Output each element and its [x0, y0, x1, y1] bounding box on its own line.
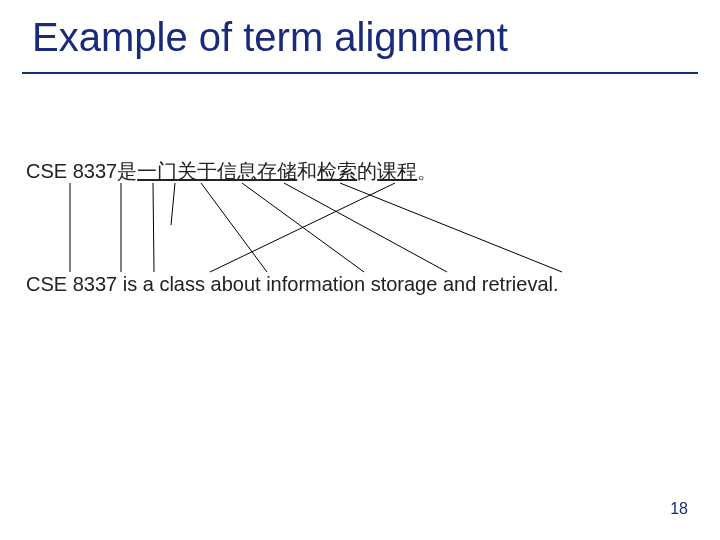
token-de: 的	[357, 158, 377, 185]
svg-line-5	[242, 183, 364, 272]
token-xinxi: 信息	[217, 158, 257, 185]
page-number: 18	[670, 500, 688, 518]
token-shi: 是	[117, 158, 137, 185]
slide-title: Example of term alignment	[32, 15, 508, 60]
token-he: 和	[297, 158, 317, 185]
token-period: 。	[417, 158, 437, 185]
alignment-lines	[0, 0, 720, 540]
token-cunchu: 存储	[257, 158, 297, 185]
source-sentence: CSE 8337是一门关于信息存储和检索的课程。	[26, 158, 437, 185]
svg-line-7	[340, 183, 562, 272]
token-kecheng: 课程	[377, 158, 417, 185]
svg-line-3	[171, 183, 175, 225]
token-yimen: 一门	[137, 158, 177, 185]
token-cse: CSE 8337	[26, 160, 117, 183]
svg-line-8	[210, 183, 395, 272]
token-jiansuo: 检索	[317, 158, 357, 185]
svg-line-2	[153, 183, 154, 272]
title-divider	[22, 72, 698, 74]
svg-line-6	[284, 183, 447, 272]
target-sentence: CSE 8337 is a class about information st…	[26, 273, 559, 296]
token-guanyu: 关于	[177, 158, 217, 185]
svg-line-4	[201, 183, 267, 272]
